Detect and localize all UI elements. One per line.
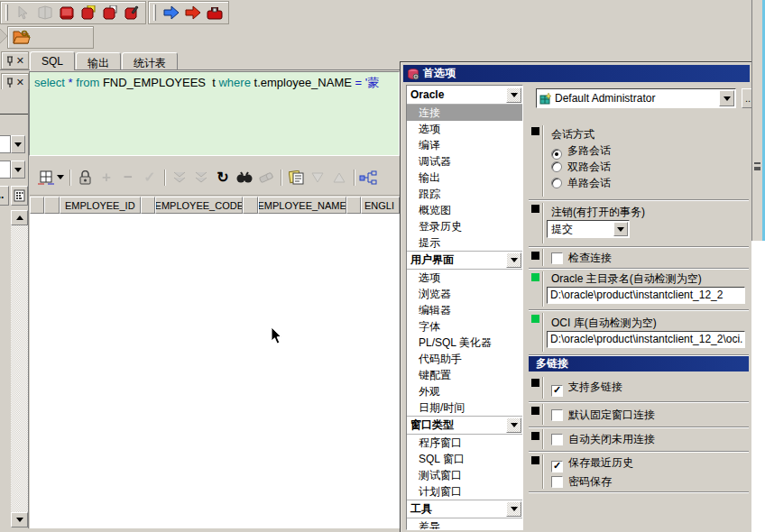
pref-marker-changed[interactable] bbox=[531, 273, 539, 281]
chevron-down-icon[interactable] bbox=[613, 222, 628, 236]
nav-group-oracle[interactable]: Oracle bbox=[407, 86, 522, 105]
nav-item-plan-window[interactable]: 计划窗口 bbox=[407, 483, 522, 500]
checkbox-check-connection[interactable]: ✓检查连接 bbox=[551, 251, 612, 266]
sql-editor[interactable]: select * from FND_EMPLOYEES t where t.em… bbox=[29, 71, 400, 156]
chevron-down-icon[interactable] bbox=[506, 252, 521, 268]
checkbox-support-multilink[interactable]: ✓支持多链接 bbox=[551, 380, 622, 397]
pin-icon[interactable] bbox=[5, 55, 14, 67]
radio-multi-session[interactable]: 多路会话 bbox=[551, 143, 611, 160]
toolbar-grip[interactable] bbox=[5, 5, 8, 21]
radio-dual-session[interactable]: 双路会话 bbox=[551, 160, 611, 175]
checkbox-save-recent-history[interactable]: ✓保存最近历史 bbox=[551, 455, 633, 472]
tab-output[interactable]: 输出 bbox=[76, 52, 121, 70]
row-indicator-header[interactable] bbox=[30, 197, 44, 214]
row-indicator-header[interactable] bbox=[44, 197, 59, 214]
nav-item-options[interactable]: 选项 bbox=[407, 121, 522, 137]
radio-single-session[interactable]: 单路会话 bbox=[551, 176, 611, 191]
nav-item-beautifier[interactable]: PL/SQL 美化器 bbox=[407, 335, 522, 351]
nav-group-tools[interactable]: 工具 bbox=[407, 500, 522, 518]
filter-combo[interactable] bbox=[0, 161, 25, 180]
pref-marker[interactable] bbox=[531, 456, 539, 464]
pref-marker[interactable] bbox=[531, 127, 539, 135]
chevron-down-icon[interactable] bbox=[506, 501, 521, 517]
chevron-down-icon[interactable] bbox=[11, 161, 25, 179]
pref-marker-changed[interactable] bbox=[531, 315, 539, 323]
pin-icon[interactable] bbox=[5, 77, 14, 88]
new-program-window-button[interactable] bbox=[56, 3, 78, 23]
nav-item-debugger[interactable]: 调试器 bbox=[407, 153, 522, 170]
chevron-down-icon[interactable] bbox=[506, 417, 521, 433]
dialog-titlebar[interactable]: 首选项 bbox=[403, 65, 750, 82]
nav-item-hint[interactable]: 提示 bbox=[407, 234, 522, 251]
radio-icon[interactable] bbox=[551, 149, 562, 160]
grid-view-button[interactable] bbox=[35, 168, 66, 188]
checkbox-icon[interactable]: ✓ bbox=[551, 476, 563, 488]
pref-marker[interactable] bbox=[531, 252, 539, 260]
refresh-button[interactable]: ↻ bbox=[212, 168, 234, 188]
pref-marker[interactable] bbox=[531, 205, 539, 213]
oracle-home-input[interactable]: D:\oracle\product\instantclient_12_2 bbox=[547, 287, 745, 304]
chevron-down-icon[interactable] bbox=[719, 90, 734, 106]
profile-combo[interactable]: Default Administrator bbox=[536, 88, 736, 108]
nav-item-overview[interactable]: 概览图 bbox=[407, 202, 522, 218]
nav-item-differences[interactable]: 差异 bbox=[407, 518, 522, 530]
pref-marker[interactable] bbox=[531, 407, 539, 415]
nav-item-program-window[interactable]: 程序窗口 bbox=[407, 435, 522, 451]
pref-marker[interactable] bbox=[531, 379, 539, 387]
new-command-window-button[interactable] bbox=[121, 3, 143, 23]
find-button[interactable] bbox=[234, 168, 255, 188]
nav-item-fonts[interactable]: 字体 bbox=[407, 318, 522, 335]
column-header[interactable]: EMPLOYEE_NAME bbox=[258, 197, 346, 214]
close-icon[interactable]: ✕ bbox=[16, 78, 24, 87]
execute-button[interactable] bbox=[161, 3, 182, 23]
tab-sql[interactable]: SQL bbox=[30, 51, 75, 70]
column-spacer[interactable] bbox=[346, 197, 361, 214]
nav-group-window-types[interactable]: 窗口类型 bbox=[407, 416, 522, 435]
nav-item-appearance[interactable]: 外观 bbox=[407, 383, 522, 399]
record-lock-button[interactable] bbox=[74, 168, 96, 188]
nav-item-logon-history[interactable]: 登录历史 bbox=[407, 218, 522, 234]
scrollbar-track[interactable] bbox=[11, 225, 28, 512]
checkbox-icon[interactable]: ✓ bbox=[551, 461, 563, 472]
column-spacer[interactable] bbox=[243, 197, 257, 214]
more-button[interactable]: .. bbox=[0, 186, 9, 206]
break-button[interactable] bbox=[204, 3, 226, 23]
pref-marker[interactable] bbox=[531, 432, 539, 440]
checkbox-icon[interactable]: ✓ bbox=[551, 409, 563, 421]
nav-item-sql-window[interactable]: SQL 窗口 bbox=[407, 451, 522, 467]
close-icon[interactable]: ✕ bbox=[16, 56, 24, 66]
result-grid-body[interactable] bbox=[30, 214, 400, 528]
open-file-button[interactable] bbox=[11, 28, 32, 48]
tab-statistics[interactable]: 统计表 bbox=[122, 52, 178, 70]
browser-settings-button[interactable] bbox=[11, 186, 28, 206]
column-header[interactable]: ENGLI bbox=[361, 197, 400, 214]
nav-item-ui-options[interactable]: 选项 bbox=[407, 270, 522, 286]
run-script-button[interactable] bbox=[182, 3, 204, 23]
checkbox-save-password[interactable]: ✓密码保存 bbox=[551, 474, 612, 490]
toolbar-grip[interactable] bbox=[153, 5, 156, 21]
column-spacer[interactable] bbox=[141, 197, 155, 214]
new-test-window-button[interactable] bbox=[99, 3, 121, 23]
nav-group-user-interface[interactable]: 用户界面 bbox=[407, 251, 522, 270]
chevron-down-icon[interactable] bbox=[506, 87, 521, 103]
nav-item-connection[interactable]: 连接 bbox=[407, 105, 522, 121]
checkbox-icon[interactable]: ✓ bbox=[551, 434, 563, 445]
logoff-combo[interactable]: 提交 bbox=[547, 220, 630, 238]
scroll-up-button[interactable] bbox=[11, 210, 28, 225]
scroll-down-button[interactable] bbox=[11, 512, 28, 527]
nav-item-browser[interactable]: 浏览器 bbox=[407, 286, 522, 302]
nav-item-trace[interactable]: 跟踪 bbox=[407, 186, 522, 202]
chevron-down-icon[interactable] bbox=[57, 175, 64, 179]
column-header[interactable]: EMPLOYEE_CODE bbox=[155, 197, 243, 214]
checkbox-fixed-window-connection[interactable]: ✓默认固定窗口连接 bbox=[551, 408, 655, 423]
nav-item-output[interactable]: 输出 bbox=[407, 170, 522, 186]
nav-item-code-assistant[interactable]: 代码助手 bbox=[407, 351, 522, 367]
radio-icon[interactable] bbox=[551, 161, 562, 172]
export-data-button[interactable] bbox=[285, 168, 307, 188]
column-header[interactable]: EMPLOYEE_ID bbox=[60, 197, 141, 214]
nav-item-key-config[interactable]: 键配置 bbox=[407, 367, 522, 383]
oci-library-input[interactable]: D:\oracle\product\instantclient_12_2\oci… bbox=[547, 331, 745, 348]
nav-item-compile[interactable]: 编译 bbox=[407, 137, 522, 153]
combo-field[interactable] bbox=[0, 161, 11, 179]
new-sql-window-button[interactable] bbox=[78, 3, 99, 23]
